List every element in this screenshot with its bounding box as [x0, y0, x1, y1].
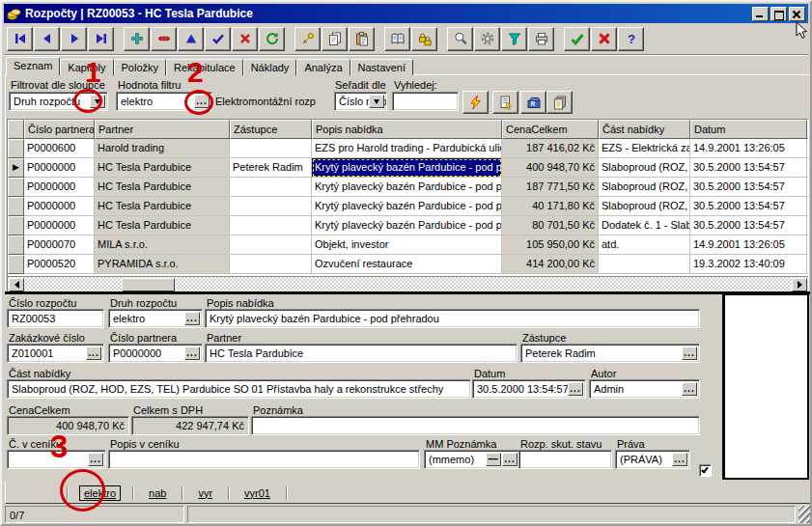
- pages-icon[interactable]: [546, 91, 573, 114]
- maximize-icon[interactable]: [770, 7, 787, 21]
- grid-cell[interactable]: HC Tesla Pardubice: [95, 197, 230, 216]
- grid-cell[interactable]: EZS - Elektrická za: [599, 139, 690, 158]
- search-input[interactable]: [392, 92, 459, 111]
- grid-cell[interactable]: 105 950,00 Kč: [502, 235, 599, 255]
- grid-cell[interactable]: [230, 235, 312, 255]
- grid-cell[interactable]: 187 771,50 Kč: [502, 178, 599, 197]
- column-header[interactable]: Popis nabídka: [312, 120, 502, 139]
- grid-cell[interactable]: HC Tesla Pardubice: [95, 216, 230, 235]
- open-book-icon[interactable]: [384, 27, 410, 51]
- grid-cell[interactable]: 187 416,02 Kč: [502, 139, 599, 158]
- grid-cell[interactable]: P0000070: [24, 235, 95, 255]
- column-header[interactable]: CenaCelkem: [502, 120, 599, 139]
- column-header[interactable]: Datum: [690, 120, 807, 139]
- ellipsis-icon[interactable]: ...: [682, 382, 697, 396]
- close-x-icon[interactable]: [591, 27, 617, 51]
- grid-cell[interactable]: Peterek Radim: [230, 158, 312, 178]
- post-record-icon[interactable]: [205, 27, 231, 51]
- grid-cell[interactable]: Dodatek č. 1 - Slab: [599, 216, 690, 235]
- sort-combobox[interactable]: Číslo rozpo: [334, 92, 387, 111]
- row-indicator[interactable]: [8, 235, 24, 255]
- grid-cell[interactable]: P0000000: [24, 158, 95, 178]
- grid-cell[interactable]: P0000000: [24, 197, 95, 216]
- ellipsis-icon[interactable]: ...: [672, 453, 687, 466]
- paste-icon[interactable]: [349, 27, 375, 51]
- refresh-icon[interactable]: [259, 27, 285, 51]
- grid-cell[interactable]: Z: [807, 139, 809, 158]
- locks-icon[interactable]: [411, 27, 437, 51]
- grid-cell[interactable]: Slaboproud (ROZ, H: [599, 178, 690, 197]
- grid-cell[interactable]: 40 171,80 Kč: [502, 197, 599, 216]
- grid-cell[interactable]: 19.3.2002 13:40:09: [690, 255, 807, 274]
- row-indicator[interactable]: [8, 197, 24, 216]
- bottom-tab-vyr[interactable]: vyr: [194, 486, 216, 500]
- grid-cell[interactable]: Z: [807, 197, 809, 216]
- grid-cell[interactable]: 14.9.2001 13:26:05: [690, 139, 807, 158]
- grid-cell[interactable]: [230, 178, 312, 197]
- close-icon[interactable]: [789, 7, 805, 21]
- column-header[interactable]: Část nabídky: [599, 120, 690, 139]
- autor-field[interactable]: Admin ...: [589, 379, 700, 399]
- horizontal-scrollbar[interactable]: [8, 276, 808, 291]
- dash-icon[interactable]: —: [486, 453, 501, 466]
- datum-field[interactable]: 30.5.2000 13:54:57 ...: [472, 379, 586, 399]
- cislo-rozpoctu-field[interactable]: RZ00053: [7, 309, 104, 328]
- prev-record-icon[interactable]: [34, 27, 60, 51]
- grid-cell[interactable]: 30.5.2000 13:54:57: [690, 216, 807, 235]
- ellipsis-icon[interactable]: ...: [568, 382, 583, 396]
- grid-cell[interactable]: [230, 216, 312, 235]
- bottom-tab-nab[interactable]: nab: [145, 486, 170, 500]
- title-bar[interactable]: Rozpočty | RZ00053 - HC Tesla Pardubice: [4, 4, 808, 23]
- druh-rozpoctu-field[interactable]: elektro ...: [108, 309, 203, 328]
- grid-cell[interactable]: Krytý plavecký bazén Pardubice - pod pře…: [312, 178, 502, 197]
- grid-cell[interactable]: Krytý plavecký bazén Pardubice - pod pře…: [312, 158, 502, 178]
- report-icon[interactable]: R: [520, 91, 546, 114]
- first-record-icon[interactable]: [7, 27, 33, 51]
- grid-cell[interactable]: [807, 235, 809, 255]
- grid-cell[interactable]: atd.: [599, 235, 690, 255]
- delete-record-icon[interactable]: [151, 27, 177, 51]
- column-header[interactable]: [8, 120, 24, 139]
- tab-náklady[interactable]: Náklady: [243, 59, 297, 75]
- grid-cell[interactable]: 414 200,00 Kč: [502, 255, 599, 274]
- grid-cell[interactable]: 30.5.2000 13:54:57: [690, 197, 807, 216]
- cislo-partnera-field[interactable]: P0000000 ...: [108, 344, 203, 363]
- grid-cell[interactable]: 14.9.2001 13:26:05: [690, 235, 807, 255]
- grid-cell[interactable]: Slaboproud (ROZ, H: [599, 158, 690, 178]
- ellipsis-icon[interactable]: ...: [88, 453, 103, 466]
- grid-cell[interactable]: [599, 255, 690, 274]
- grid-cell[interactable]: 30.5.2000 13:54:57: [690, 158, 807, 178]
- tab-nastavení[interactable]: Nastavení: [350, 59, 414, 75]
- grid-cell[interactable]: Ozvučení restaurace: [312, 255, 502, 274]
- select-doc-icon[interactable]: [492, 91, 518, 114]
- column-header[interactable]: Z: [807, 120, 809, 139]
- tab-položky[interactable]: Položky: [114, 59, 167, 75]
- grid-cell[interactable]: Slaboproud (ROZ, H: [599, 197, 690, 216]
- grid-cell[interactable]: PYRAMIDA s.r.o.: [95, 255, 230, 274]
- help-icon[interactable]: ?: [618, 27, 644, 51]
- edit-record-icon[interactable]: [178, 27, 204, 51]
- prava-field[interactable]: (PRÁVA) ...: [615, 450, 690, 469]
- memo-panel[interactable]: [722, 293, 809, 480]
- poznamka-field[interactable]: [251, 416, 700, 435]
- filter-icon[interactable]: [501, 27, 527, 51]
- grid-cell[interactable]: P0000000: [24, 178, 95, 197]
- bottom-tab-vyr01[interactable]: vyr01: [240, 486, 274, 500]
- mm-poznamka-field[interactable]: (mmemo) — ...: [424, 450, 520, 469]
- ok-icon[interactable]: [564, 27, 590, 51]
- scroll-right-icon[interactable]: [792, 278, 807, 291]
- grid-cell[interactable]: MILA s.r.o.: [95, 235, 230, 255]
- search-icon[interactable]: [447, 27, 473, 51]
- grid-cell[interactable]: 30.5.2000 13:54:57: [690, 178, 807, 197]
- ellipsis-icon[interactable]: ...: [502, 453, 518, 466]
- grid-cell[interactable]: P0000520: [24, 255, 95, 274]
- ellipsis-icon[interactable]: ...: [86, 346, 101, 360]
- next-record-icon[interactable]: [61, 27, 87, 51]
- grid-cell[interactable]: [230, 197, 312, 216]
- rozp-skut-stavu-field[interactable]: [518, 450, 612, 469]
- grid-cell[interactable]: Z: [807, 178, 809, 197]
- cast-nabidky-field[interactable]: Slaboproud (ROZ, HOD, EZS, TEL) Pardubic…: [7, 379, 471, 399]
- tab-rekapitulace[interactable]: Rekapitulace: [166, 59, 243, 75]
- grid-cell[interactable]: HC Tesla Pardubice: [95, 178, 230, 197]
- grid-cell[interactable]: [230, 255, 312, 274]
